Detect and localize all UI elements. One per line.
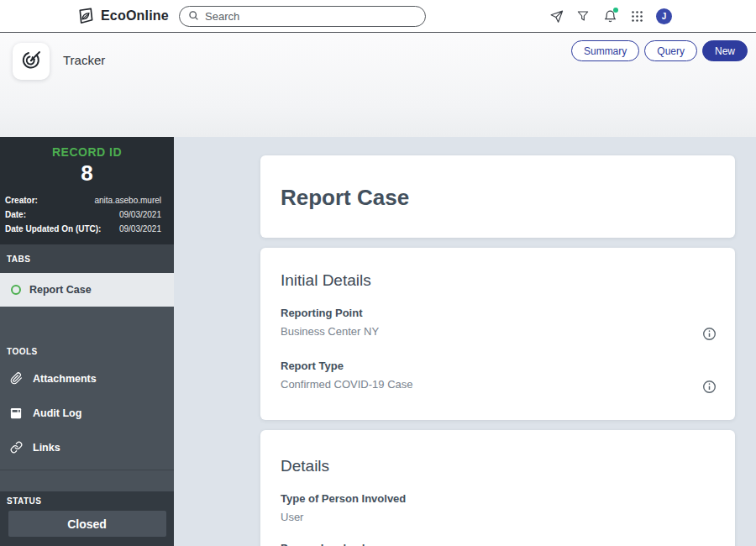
- field-type-of-person-involved: Type of Person Involved User: [281, 492, 715, 523]
- header-actions: J: [549, 8, 672, 24]
- search-icon: [188, 9, 199, 24]
- page-title-card: Report Case: [260, 155, 735, 238]
- record-summary: RECORD ID 8 Creator: anita.asebo.murel D…: [0, 137, 174, 244]
- record-meta-label: Creator:: [5, 193, 38, 207]
- record-meta-value: 09/03/2021: [119, 222, 161, 236]
- tool-label: Audit Log: [33, 407, 81, 419]
- info-icon[interactable]: [702, 380, 717, 394]
- status-closed-button[interactable]: Closed: [8, 511, 166, 537]
- field-report-type: Report Type Confirmed COVID-19 Case: [281, 360, 715, 394]
- new-button[interactable]: New: [702, 40, 748, 61]
- app-bar: Tracker Summary Query New: [0, 33, 756, 137]
- search-input[interactable]: [205, 10, 417, 23]
- tabs-section-heading: TABS: [0, 244, 174, 273]
- field-value: Business Center NY: [281, 325, 379, 338]
- status-section: STATUS Closed: [0, 491, 174, 546]
- brand-name: EcoOnline: [101, 8, 169, 24]
- field-value: Confirmed COVID-19 Case: [281, 378, 413, 391]
- section-title: Initial Details: [281, 271, 715, 290]
- record-meta-value: 09/03/2021: [119, 207, 161, 222]
- app-title: Tracker: [63, 53, 105, 67]
- tools-section-heading: TOOLS: [0, 347, 174, 356]
- tab-status-circle-icon: [11, 285, 21, 295]
- record-meta-row: Date: 09/03/2021: [0, 207, 174, 222]
- record-meta-label: Date:: [5, 207, 26, 222]
- record-meta-row: Date Updated On (UTC): 09/03/2021: [0, 222, 174, 236]
- record-meta-label: Date Updated On (UTC):: [5, 222, 101, 236]
- field-label: Person Involved: [281, 542, 715, 546]
- apps-grid-icon[interactable]: [629, 8, 644, 24]
- query-button[interactable]: Query: [644, 40, 697, 61]
- tracker-target-icon: [19, 48, 43, 75]
- record-id-heading: RECORD ID: [0, 145, 174, 159]
- info-icon[interactable]: [702, 327, 717, 341]
- send-icon[interactable]: [549, 8, 564, 24]
- filter-icon[interactable]: [575, 8, 591, 24]
- record-meta-row: Creator: anita.asebo.murel: [0, 193, 174, 207]
- top-header: EcoOnline: [0, 0, 756, 33]
- app-actions: Summary Query New: [571, 40, 748, 61]
- paperclip-icon: [9, 372, 23, 386]
- field-label: Reporting Point: [281, 307, 715, 319]
- notification-dot: [613, 8, 618, 13]
- field-reporting-point: Reporting Point Business Center NY: [281, 307, 715, 341]
- page-body: RECORD ID 8 Creator: anita.asebo.murel D…: [0, 137, 756, 546]
- sidebar-item-audit-log[interactable]: Audit Log: [0, 396, 174, 430]
- page-title: Report Case: [260, 155, 735, 211]
- ecoonline-logo-icon: [76, 7, 95, 26]
- sidebar-tab-report-case[interactable]: Report Case: [0, 273, 174, 307]
- main-content: Report Case Initial Details Reporting Po…: [174, 137, 756, 546]
- field-label: Report Type: [281, 360, 715, 372]
- search-bar[interactable]: [179, 6, 426, 27]
- field-person-involved: Person Involved: [281, 542, 715, 546]
- sidebar-item-attachments[interactable]: Attachments: [0, 361, 174, 396]
- record-id-value: 8: [0, 160, 174, 186]
- initial-details-card: Initial Details Reporting Point Business…: [260, 248, 735, 420]
- section-title: Details: [281, 457, 715, 475]
- sidebar-item-links[interactable]: Links: [0, 430, 174, 465]
- link-icon: [9, 441, 23, 454]
- field-label: Type of Person Involved: [281, 492, 715, 505]
- summary-button[interactable]: Summary: [571, 40, 639, 61]
- notifications-bell-icon[interactable]: [602, 8, 617, 24]
- record-meta-value: anita.asebo.murel: [95, 193, 162, 207]
- tracker-app-tile: [13, 43, 50, 80]
- tool-label: Attachments: [33, 373, 97, 385]
- user-avatar[interactable]: J: [656, 8, 672, 24]
- field-value: User: [281, 511, 303, 523]
- brand: EcoOnline: [76, 7, 169, 26]
- audit-log-icon: [9, 407, 23, 420]
- status-section-heading: STATUS: [0, 496, 174, 506]
- details-card: Details Type of Person Involved User Per…: [260, 430, 735, 546]
- tool-label: Links: [33, 442, 60, 454]
- sidebar: RECORD ID 8 Creator: anita.asebo.murel D…: [0, 137, 174, 546]
- tools-section: TOOLS Attachments Audit Log: [0, 307, 174, 491]
- tab-label: Report Case: [29, 284, 92, 296]
- tools-divider: [0, 470, 174, 470]
